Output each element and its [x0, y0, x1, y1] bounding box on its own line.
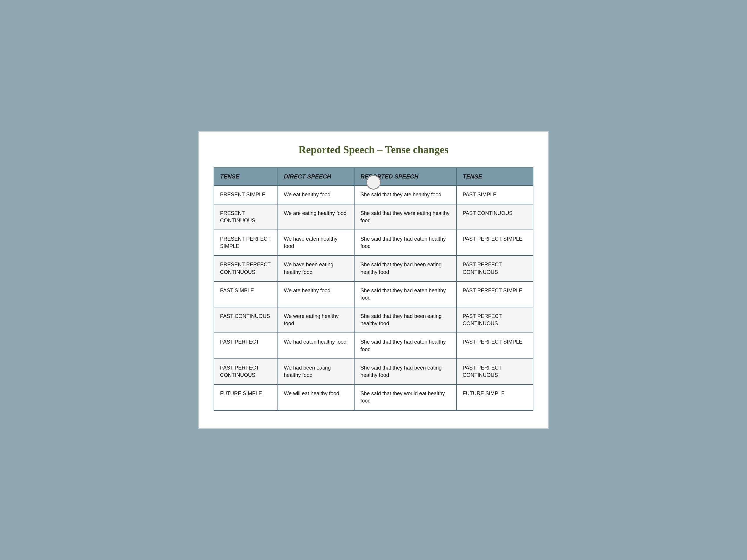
- cell-tense: PRESENT SIMPLE: [214, 186, 278, 204]
- cell-reported: She said that they had been eating healt…: [354, 307, 456, 333]
- table-row: PAST PERFECT CONTINUOUSWe had been eatin…: [214, 359, 533, 384]
- cell-result-tense: FUTURE SIMPLE: [456, 384, 533, 410]
- cell-result-tense: PAST PERFECT SIMPLE: [456, 333, 533, 358]
- cell-reported: She said that they were eating healthy f…: [354, 204, 456, 230]
- cell-reported: She said that they had eaten healthy foo…: [354, 230, 456, 256]
- cell-tense: PRESENT CONTINUOUS: [214, 204, 278, 230]
- cell-result-tense: PAST PERFECT SIMPLE: [456, 230, 533, 256]
- header-direct: DIRECT SPEECH: [278, 168, 355, 186]
- tense-table: TENSE DIRECT SPEECH REPORTED SPEECH TENS…: [213, 167, 534, 410]
- cell-result-tense: PAST SIMPLE: [456, 186, 533, 204]
- cell-direct: We will eat healthy food: [278, 384, 355, 410]
- cell-direct: We had eaten healthy food: [278, 333, 355, 358]
- cell-reported: She said that they had been eating healt…: [354, 256, 456, 281]
- cell-direct: We have been eating healthy food: [278, 256, 355, 281]
- cell-reported: She said that they would eat healthy foo…: [354, 384, 456, 410]
- table-row: PAST SIMPLEWe ate healthy foodShe said t…: [214, 282, 533, 307]
- cell-result-tense: PAST PERFECT CONTINUOUS: [456, 359, 533, 384]
- header-result: TENSE: [456, 168, 533, 186]
- cell-tense: PAST PERFECT: [214, 333, 278, 358]
- cell-result-tense: PAST PERFECT CONTINUOUS: [456, 256, 533, 281]
- cell-tense: PRESENT PERFECT SIMPLE: [214, 230, 278, 256]
- cell-result-tense: PAST PERFECT CONTINUOUS: [456, 307, 533, 333]
- table-row: PAST CONTINUOUSWe were eating healthy fo…: [214, 307, 533, 333]
- cell-tense: FUTURE SIMPLE: [214, 384, 278, 410]
- slide-container: Reported Speech – Tense changes TENSE DI…: [199, 131, 548, 428]
- cell-tense: PAST SIMPLE: [214, 282, 278, 307]
- cell-direct: We had been eating healthy food: [278, 359, 355, 384]
- cell-result-tense: PAST CONTINUOUS: [456, 204, 533, 230]
- table-row: FUTURE SIMPLEWe will eat healthy foodShe…: [214, 384, 533, 410]
- cell-reported: She said that they had eaten healthy foo…: [354, 282, 456, 307]
- cell-result-tense: PAST PERFECT SIMPLE: [456, 282, 533, 307]
- cell-reported: She said that they had eaten healthy foo…: [354, 333, 456, 358]
- header-tense: TENSE: [214, 168, 278, 186]
- cell-direct: We have eaten healthy food: [278, 230, 355, 256]
- cell-tense: PAST CONTINUOUS: [214, 307, 278, 333]
- table-row: PRESENT PERFECT SIMPLEWe have eaten heal…: [214, 230, 533, 256]
- cell-tense: PRESENT PERFECT CONTINUOUS: [214, 256, 278, 281]
- cell-direct: We were eating healthy food: [278, 307, 355, 333]
- table-row: PAST PERFECTWe had eaten healthy foodShe…: [214, 333, 533, 358]
- cell-direct: We are eating healthy food: [278, 204, 355, 230]
- cell-direct: We ate healthy food: [278, 282, 355, 307]
- cell-reported: She said that they had been eating healt…: [354, 359, 456, 384]
- cell-direct: We eat healthy food: [278, 186, 355, 204]
- table-row: PRESENT PERFECT CONTINUOUSWe have been e…: [214, 256, 533, 281]
- cell-tense: PAST PERFECT CONTINUOUS: [214, 359, 278, 384]
- table-row: PRESENT CONTINUOUSWe are eating healthy …: [214, 204, 533, 230]
- circle-decoration: [366, 175, 381, 190]
- page-title: Reported Speech – Tense changes: [213, 143, 534, 156]
